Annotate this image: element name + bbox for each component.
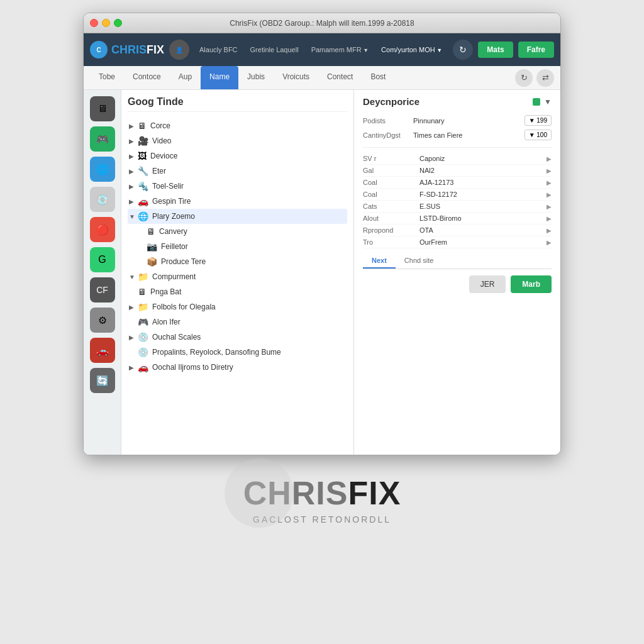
list-item[interactable]: 💿 Propalints, Reyolock, Dansofing Bume xyxy=(128,345,347,360)
list-item[interactable]: ▶ 🖥 Corce xyxy=(128,118,347,133)
item-label: Toel-Selir xyxy=(152,182,184,191)
attr-arrow-icon[interactable]: ▶ xyxy=(547,179,552,186)
list-item[interactable]: ▶ 📁 Folbols for Olegala xyxy=(128,299,347,314)
refresh-button[interactable]: ↻ xyxy=(453,40,473,60)
sidebar-icon-1[interactable]: 🎮 xyxy=(89,125,116,153)
property-row-0: Podists Pinnunary ▼ 199 xyxy=(363,113,552,128)
dropdown-arrow-icon[interactable]: ▼ xyxy=(544,97,552,106)
right-header-controls: ▼ xyxy=(533,97,552,106)
tab-contect[interactable]: Contect xyxy=(318,66,362,89)
list-item[interactable]: ▶ 💿 Ouchal Scales xyxy=(128,330,347,345)
list-item[interactable]: 📷 Feilletor xyxy=(145,239,347,254)
logo-text: CHRISFIX xyxy=(111,43,164,57)
logo-area: C CHRISFIX xyxy=(90,41,164,58)
sidebar-icon-8[interactable]: 🚗 xyxy=(89,336,116,364)
maximize-button[interactable] xyxy=(114,19,122,27)
logo-circle-decoration xyxy=(225,458,294,528)
list-item[interactable]: 🖥 Canvery xyxy=(145,224,347,239)
mats-button[interactable]: Mats xyxy=(478,42,513,58)
tab-bost[interactable]: Bost xyxy=(362,66,394,89)
window-title: ChrisFix (OBD2 Garoup.: Malph will item.… xyxy=(230,19,414,28)
list-item[interactable]: ▼ 🌐 Plary Zoemo xyxy=(128,209,347,224)
item-label: Produce Tere xyxy=(161,257,206,266)
file-list-panel: Goog Tinde ▶ 🖥 Corce ▶ 🎥 Video ▶ 🖼 Devio… xyxy=(121,90,354,455)
sidebar-icon-2[interactable]: 🌐 xyxy=(89,155,116,183)
attr-row-6: Rpropond OTA ▶ xyxy=(363,225,552,236)
fafre-button[interactable]: Fafre xyxy=(518,42,554,58)
item-label: Compurment xyxy=(152,272,196,281)
tab-aup[interactable]: Aup xyxy=(170,66,201,89)
item-label: Eter xyxy=(152,167,166,175)
tab-jubis[interactable]: Jubis xyxy=(238,66,274,89)
list-item[interactable]: 🖥 Pnga Bat xyxy=(128,284,347,299)
list-item[interactable]: ▶ 🎥 Video xyxy=(128,133,347,148)
jer-button[interactable]: JER xyxy=(469,275,506,293)
user-avatar[interactable]: 👤 xyxy=(169,40,189,60)
expand-icon: ▶ xyxy=(129,123,138,130)
list-item[interactable]: ▶ 🚗 Gespin Tire xyxy=(128,194,347,209)
list-item[interactable]: ▶ 🚗 Oochal Iljroms to Diretry xyxy=(128,360,347,375)
nav-tab-right: ↻ ⇄ xyxy=(515,69,554,87)
attr-arrow-icon[interactable]: ▶ xyxy=(547,167,552,174)
sidebar-icon-3[interactable]: 💿 xyxy=(89,186,116,213)
item-icon: 🚗 xyxy=(138,196,148,206)
attr-arrow-icon[interactable]: ▶ xyxy=(547,203,552,210)
minimize-button[interactable] xyxy=(102,19,110,27)
refresh-nav-icon[interactable]: ↻ xyxy=(515,69,533,87)
tab-tobe[interactable]: Tobe xyxy=(90,66,124,89)
prop-dropdown-0[interactable]: ▼ 199 xyxy=(525,115,552,126)
sidebar-icon-6[interactable]: CF xyxy=(89,276,116,304)
app-window: ChrisFix (OBD2 Garoup.: Malph will item.… xyxy=(83,13,561,455)
item-label: Folbols for Olegala xyxy=(152,303,216,311)
item-icon: 🖥 xyxy=(147,226,155,236)
tab-chnd-site[interactable]: Chnd site xyxy=(396,253,442,269)
attr-value: Caponiz xyxy=(419,155,547,162)
action-buttons: JER Marb xyxy=(363,275,552,293)
attr-arrow-icon[interactable]: ▶ xyxy=(547,191,552,198)
bottom-logo-area: CHRISFIX Gaclost Retonordll xyxy=(243,474,401,525)
list-item[interactable]: ▶ 🖼 Devioce xyxy=(128,148,347,164)
sidebar-icon-9[interactable]: 🔄 xyxy=(89,367,116,394)
sidebar-icon-4[interactable]: 🔴 xyxy=(89,216,116,243)
tab-name[interactable]: Name xyxy=(201,66,238,89)
header-nav-item-3[interactable]: Com/yurton MOH xyxy=(376,43,447,56)
tab-contoce[interactable]: Contoce xyxy=(124,66,170,89)
item-icon: 🚗 xyxy=(138,362,148,372)
list-item[interactable]: 🎮 Alon Ifer xyxy=(128,314,347,330)
right-panel-header: Deycnporice ▼ xyxy=(363,96,552,107)
item-icon: 💿 xyxy=(138,347,148,357)
tab-next[interactable]: Next xyxy=(363,253,396,269)
item-label: Gespin Tire xyxy=(152,197,191,206)
status-indicator xyxy=(533,98,540,106)
marb-button[interactable]: Marb xyxy=(511,275,552,293)
sidebar-icon-0[interactable]: 🖥 xyxy=(89,95,116,123)
attr-arrow-icon[interactable]: ▶ xyxy=(547,239,552,246)
share-nav-icon[interactable]: ⇄ xyxy=(536,69,554,87)
sidebar-icon-7[interactable]: ⚙ xyxy=(89,306,116,334)
sidebar-icon-5[interactable]: G xyxy=(89,246,116,274)
title-bar: ChrisFix (OBD2 Garoup.: Malph will item.… xyxy=(84,13,560,33)
header-nav-item-0[interactable]: Alaucly BFC xyxy=(194,43,243,56)
prop-dropdown-1[interactable]: ▼ 100 xyxy=(525,130,552,140)
attr-arrow-icon[interactable]: ▶ xyxy=(547,215,552,222)
item-icon: 💿 xyxy=(138,332,148,342)
list-item[interactable]: ▶ 🔩 Toel-Selir xyxy=(128,179,347,194)
header-nav-item-1[interactable]: Gretinle Laquell xyxy=(245,43,304,56)
list-item[interactable]: ▶ 🔧 Eter xyxy=(128,164,347,179)
list-item[interactable]: ▼ 📁 Compurment xyxy=(128,269,347,284)
panel-title: Goog Tinde xyxy=(128,96,347,112)
attr-arrow-icon[interactable]: ▶ xyxy=(547,155,552,162)
attr-row-2: Coal AJA-12173 ▶ xyxy=(363,177,552,189)
sub-items: 🖥 Canvery 📷 Feilletor 📦 Produce Tere xyxy=(128,224,347,269)
item-label: Ouchal Scales xyxy=(152,333,201,341)
list-item[interactable]: 📦 Produce Tere xyxy=(145,254,347,269)
header-nav-item-2[interactable]: Pamamem MFR xyxy=(306,43,374,56)
close-button[interactable] xyxy=(90,19,98,27)
right-panel-title: Deycnporice xyxy=(363,96,419,107)
attr-value: E.SUS xyxy=(419,203,547,210)
expand-icon: ▼ xyxy=(129,213,138,220)
tab-vroicuts[interactable]: Vroicuts xyxy=(274,66,318,89)
attributes-section: SV r Caponiz ▶ Gal NAl2 ▶ Coal AJA-12173… xyxy=(363,153,552,248)
attr-arrow-icon[interactable]: ▶ xyxy=(547,227,552,234)
attr-value: OurFrem xyxy=(419,238,547,246)
